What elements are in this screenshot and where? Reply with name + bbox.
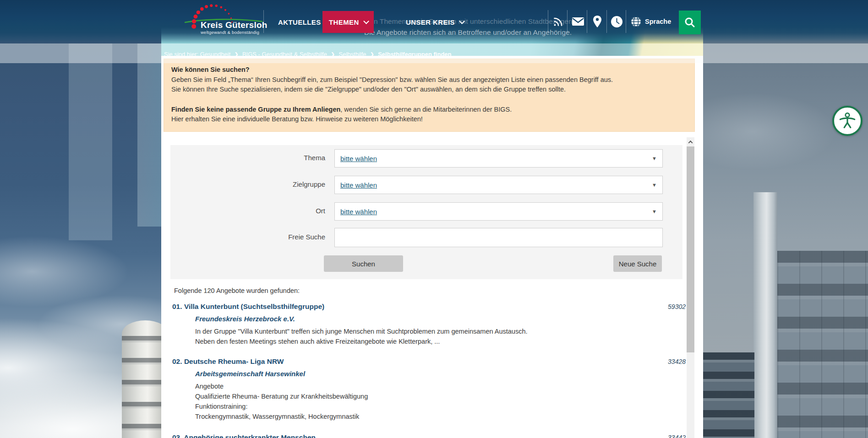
- breadcrumb-separator: ❯: [331, 52, 335, 57]
- result-description: In der Gruppe "Villa Kunterbunt" treffen…: [195, 326, 686, 346]
- thema-label: Thema: [170, 154, 325, 162]
- icon-divider: [567, 10, 568, 33]
- breadcrumb-link-gesundheit[interactable]: Gesundheit: [200, 51, 231, 58]
- result-description: Angebote Qualifizierte Rheuma- Beratung …: [195, 381, 686, 422]
- logo[interactable]: Kreis Gütersloh weltgewandt & bodenständ…: [185, 1, 265, 43]
- search-button[interactable]: [679, 11, 701, 34]
- rss-icon[interactable]: [551, 14, 565, 29]
- result-organisation: Arbeitsgemeinschaft Harsewinkel: [195, 370, 686, 378]
- background-wall-windows: [703, 352, 754, 438]
- result-id: 33428: [668, 358, 686, 365]
- dropdown-arrow-icon: ▼: [652, 156, 657, 161]
- search-icon: [684, 16, 696, 28]
- neue-suche-button[interactable]: Neue Suche: [613, 255, 662, 272]
- icon-divider: [606, 10, 607, 33]
- result-title-link[interactable]: 02. Deutsche Rheuma- Liga NRW: [172, 357, 284, 366]
- result-title-link[interactable]: 03. Angehörige suchterkrankter Menschen: [172, 433, 316, 438]
- result-organisation: Freundeskreis Herzebrock e.V.: [195, 315, 686, 323]
- scrollbar-up-button[interactable]: [687, 137, 694, 146]
- globe-icon[interactable]: [629, 14, 643, 29]
- breadcrumb: Sie sind hier: Gesundheit ❯ BIGS - Gesun…: [164, 51, 452, 58]
- search-form-panel: Thema bitte wählen ▼ Zielgruppe bitte wä…: [170, 145, 682, 279]
- location-icon[interactable]: [590, 14, 604, 29]
- zielgruppe-select-value: bitte wählen: [340, 181, 377, 189]
- info-box-bold: Finden Sie keine passende Gruppe zu Ihre…: [171, 106, 340, 113]
- info-box-title: Wie können Sie suchen?: [171, 65, 687, 75]
- freie-suche-label: Freie Suche: [170, 233, 325, 241]
- result-number: 03.: [172, 433, 182, 438]
- ort-select-value: bitte wählen: [340, 208, 377, 216]
- logo-tagline: weltgewandt & bodenständig: [201, 30, 259, 35]
- language-label: Sprache: [645, 18, 671, 25]
- info-box-line: Sie können Ihre Suche spezialisieren, in…: [171, 85, 687, 95]
- accessibility-icon: [838, 111, 857, 130]
- thema-select[interactable]: bitte wählen ▼: [334, 149, 663, 168]
- chevron-down-icon: [363, 18, 369, 24]
- dropdown-arrow-icon: ▼: [652, 182, 657, 188]
- info-box-line: Hier erhalten Sie eine individuelle Bera…: [171, 114, 687, 124]
- freie-suche-input[interactable]: [334, 228, 663, 247]
- nav-item-themen[interactable]: THEMEN: [322, 11, 374, 33]
- info-box-rest: , wenden Sie sich gerne an die Mitarbeit…: [340, 106, 512, 113]
- nav-item-unser-kreis[interactable]: UNSER KREIS: [406, 11, 463, 33]
- result-description-line: Trockengymnastik, Wassergymnastik, Hocke…: [195, 411, 686, 422]
- suchen-button[interactable]: Suchen: [324, 255, 403, 272]
- results-summary: Folgende 120 Angebote wurden gefunden:: [174, 287, 686, 294]
- zielgruppe-label: Zielgruppe: [170, 180, 325, 188]
- result-item: 03. Angehörige suchterkrankter Menschen …: [172, 433, 686, 438]
- icon-divider: [548, 10, 548, 33]
- result-id: 33442: [668, 434, 686, 438]
- language-button[interactable]: Sprache: [645, 14, 671, 29]
- nav-divider: [263, 10, 264, 33]
- scrollbar-track[interactable]: [687, 137, 694, 438]
- background-tower: [137, 43, 161, 227]
- breadcrumb-link-bigs[interactable]: BIGS - Gesundheit & Selbsthilfe: [242, 51, 327, 58]
- mail-icon[interactable]: [571, 14, 585, 29]
- result-item: 01. Villa Kunterbunt (Suchtselbsthilfegr…: [172, 303, 686, 346]
- scrollbar-thumb[interactable]: [687, 146, 694, 352]
- result-description-line: Qualifizierte Rheuma- Beratung zur Krank…: [195, 391, 686, 401]
- info-box-line: Finden Sie keine passende Gruppe zu Ihre…: [171, 105, 687, 115]
- result-number: 01.: [172, 303, 182, 310]
- ort-select[interactable]: bitte wählen ▼: [334, 202, 663, 221]
- content-column: Wie können Sie suchen? Geben Sie im Feld…: [161, 56, 703, 438]
- icon-divider: [587, 10, 587, 33]
- background-banner: [69, 43, 112, 240]
- zielgruppe-select[interactable]: bitte wählen ▼: [334, 176, 663, 194]
- nav-item-label: UNSER KREIS: [406, 18, 455, 26]
- result-title: Angehörige suchterkrankter Menschen: [184, 433, 316, 438]
- breadcrumb-current: Selbsthilfegruppen finden: [378, 51, 451, 58]
- logo-title: Kreis Gütersloh: [201, 20, 267, 30]
- result-description-line: Funktionstraining:: [195, 401, 686, 411]
- results-list: Folgende 120 Angebote wurden gefunden: 0…: [172, 287, 686, 438]
- result-title: Deutsche Rheuma- Liga NRW: [184, 357, 284, 365]
- chevron-down-icon: [459, 18, 465, 24]
- icon-divider: [626, 10, 626, 33]
- result-title: Villa Kunterbunt (Suchtselbsthilfegruppe…: [184, 303, 324, 310]
- result-id: 59302: [668, 303, 686, 310]
- header: alen Themen sowie Gruppen mit unterschie…: [0, 0, 868, 43]
- background-glass-facade: [777, 251, 868, 438]
- dropdown-arrow-icon: ▼: [652, 209, 657, 214]
- ort-label: Ort: [170, 207, 325, 215]
- chevron-up-icon: [688, 140, 693, 145]
- breadcrumb-prefix: Sie sind hier:: [164, 51, 198, 58]
- nav-item-label: THEMEN: [329, 18, 359, 26]
- clock-icon[interactable]: [610, 14, 623, 29]
- breadcrumb-separator: ❯: [235, 52, 238, 57]
- info-box: Wie können Sie suchen? Geben Sie im Feld…: [164, 59, 695, 132]
- nav-item-aktuelles[interactable]: AKTUELLES: [278, 11, 329, 33]
- breadcrumb-separator: ❯: [370, 52, 374, 57]
- breadcrumb-link-selbsthilfe[interactable]: Selbsthilfe: [339, 51, 366, 58]
- breadcrumb-band: Sie sind hier: Gesundheit ❯ BIGS - Gesun…: [0, 43, 868, 63]
- background-pillar: [753, 192, 777, 438]
- accessibility-button[interactable]: [832, 106, 863, 136]
- result-number: 02.: [172, 357, 182, 365]
- result-description-line: In der Gruppe "Villa Kunterbunt" treffen…: [195, 326, 686, 336]
- result-description-line: Angebote: [195, 381, 686, 391]
- background-photo-building: [703, 0, 868, 438]
- result-title-link[interactable]: 01. Villa Kunterbunt (Suchtselbsthilfegr…: [172, 303, 324, 311]
- thema-select-value: bitte wählen: [340, 155, 377, 162]
- info-box-line: Geben Sie im Feld „Thema“ Ihren Suchbegr…: [171, 75, 687, 85]
- result-description-line: Neben den festen Meetings stehen auch ak…: [195, 336, 686, 346]
